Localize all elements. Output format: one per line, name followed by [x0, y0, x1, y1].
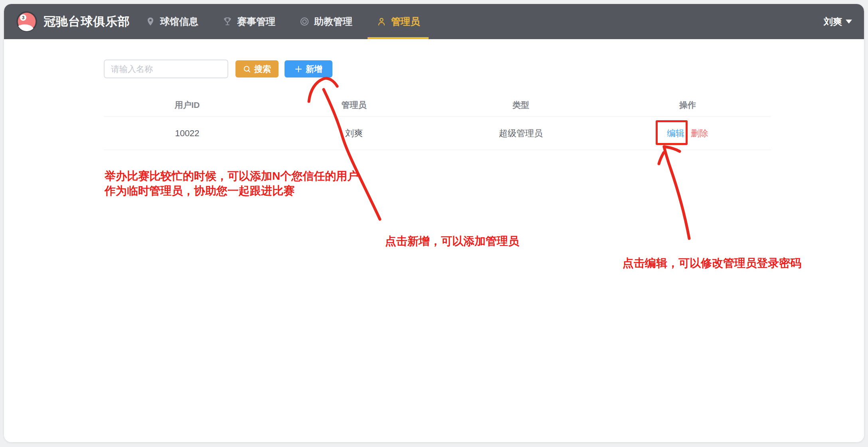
annotation-edit-note: 点击编辑，可以修改管理员登录密码	[623, 256, 801, 270]
add-button[interactable]: 新增	[285, 60, 332, 77]
cell-type: 超级管理员	[437, 127, 604, 139]
annotation-add-note: 点击新增，可以添加管理员	[385, 234, 519, 248]
plus-icon	[295, 65, 303, 73]
add-button-label: 新增	[306, 64, 322, 75]
search-icon	[243, 65, 251, 73]
annotation-left-note: 举办比赛比较忙的时候，可以添加N个您信任的用户 作为临时管理员，协助您一起跟进比…	[105, 169, 358, 198]
annotation-left-note-line2: 作为临时管理员，协助您一起跟进比赛	[105, 183, 358, 198]
nav-item-label: 球馆信息	[160, 15, 198, 28]
app-window: 3 冠驰台球俱乐部 球馆信息	[4, 4, 864, 442]
nav-item-event-management[interactable]: 赛事管理	[222, 4, 275, 39]
brand-title: 冠驰台球俱乐部	[43, 14, 130, 30]
column-header-actions: 操作	[604, 99, 771, 111]
cell-user-id: 10022	[104, 128, 271, 139]
edit-highlight-box	[656, 120, 688, 145]
user-menu[interactable]: 刘爽	[824, 16, 852, 28]
column-header-user-id: 用户ID	[104, 99, 271, 111]
delete-link[interactable]: 删除	[691, 127, 708, 139]
nav-item-venue-info[interactable]: 球馆信息	[145, 4, 198, 39]
nav-item-label: 赛事管理	[237, 15, 275, 28]
cell-admin-name: 刘爽	[271, 127, 437, 139]
billiard-ball-icon: 3	[16, 11, 38, 32]
nav-item-label: 助教管理	[314, 15, 352, 28]
concentric-circles-icon	[299, 16, 310, 27]
navbar: 3 冠驰台球俱乐部 球馆信息	[4, 4, 864, 39]
location-pin-icon	[145, 16, 156, 27]
brand: 3 冠驰台球俱乐部	[16, 11, 130, 32]
annotation-left-note-line1: 举办比赛比较忙的时候，可以添加N个您信任的用户	[105, 169, 358, 183]
column-header-admin: 管理员	[271, 99, 437, 111]
trophy-icon	[222, 16, 233, 27]
chevron-down-icon	[846, 20, 852, 24]
svg-text:3: 3	[22, 15, 24, 20]
search-button-label: 搜索	[254, 64, 271, 75]
nav-item-assistant-management[interactable]: 助教管理	[299, 4, 352, 39]
user-name: 刘爽	[824, 16, 842, 28]
person-icon	[376, 16, 387, 27]
cell-actions: 编辑 删除	[604, 127, 771, 139]
column-header-type: 类型	[437, 99, 604, 111]
nav-item-administrators[interactable]: 管理员	[376, 4, 420, 39]
active-tab-underline	[368, 37, 429, 39]
page: 3 冠驰台球俱乐部 球馆信息	[0, 0, 868, 447]
search-button[interactable]: 搜索	[235, 60, 279, 77]
search-input[interactable]	[104, 60, 228, 78]
nav-menu: 球馆信息 赛事管理 助教管理	[145, 4, 420, 39]
nav-item-label: 管理员	[391, 15, 420, 28]
table-header-row: 用户ID 管理员 类型 操作	[104, 93, 771, 117]
